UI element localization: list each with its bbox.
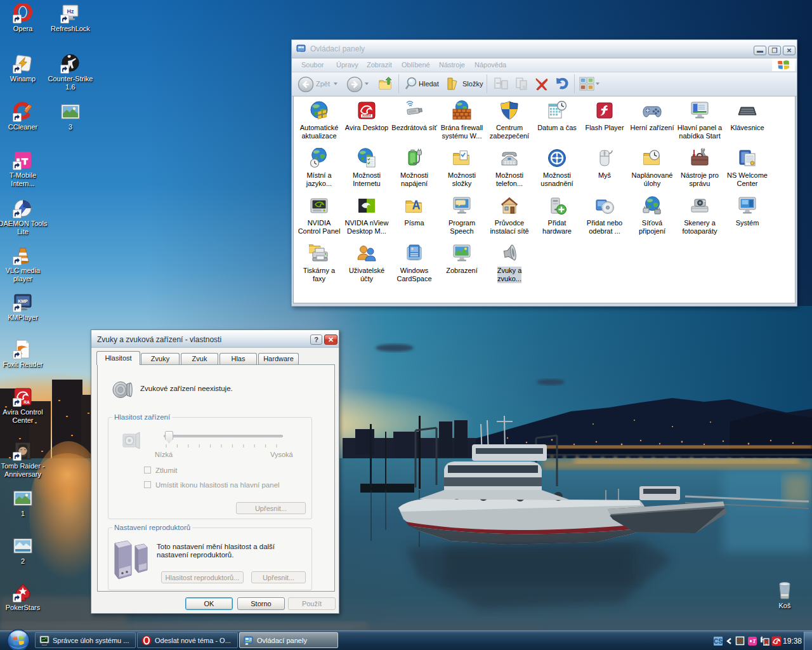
svg-text:CS: CS (714, 638, 723, 645)
svg-text:KMP: KMP (18, 299, 28, 303)
svg-text:Hz: Hz (67, 8, 74, 15)
svg-text:AVIRA: AVIRA (362, 114, 372, 117)
svg-text:RA: RA (23, 400, 30, 404)
